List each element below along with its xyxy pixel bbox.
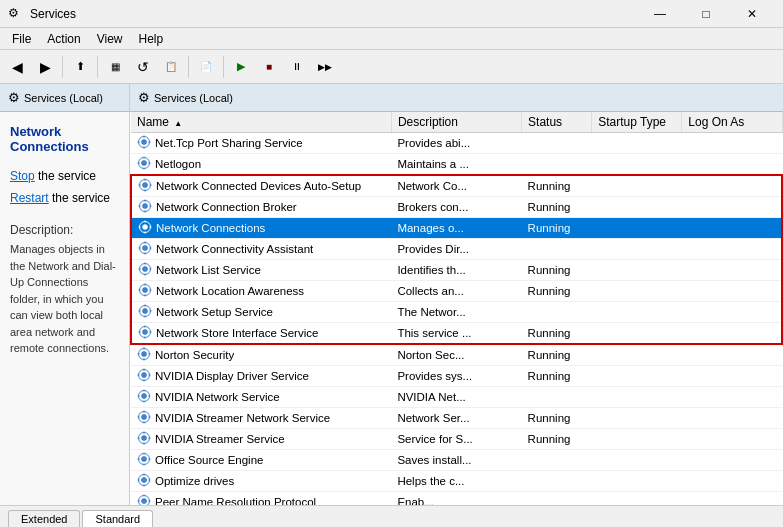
back-button[interactable]: ◀ xyxy=(4,54,30,80)
table-row[interactable]: NVIDIA Streamer ServiceService for S...R… xyxy=(131,429,782,450)
table-row[interactable]: Network ConnectionsManages o...Running xyxy=(131,218,782,239)
minimize-button[interactable]: — xyxy=(637,0,683,28)
svg-point-54 xyxy=(143,330,148,335)
main-container: ⚙ Services (Local) Network Connections S… xyxy=(0,84,783,505)
svg-point-18 xyxy=(143,204,148,209)
right-panel-icon: ⚙ xyxy=(138,90,150,105)
svg-point-38 xyxy=(144,263,146,265)
svg-point-28 xyxy=(139,226,141,228)
service-logon-cell xyxy=(682,175,782,197)
col-status-header[interactable]: Status xyxy=(522,112,592,133)
table-row[interactable]: Network Store Interface ServiceThis serv… xyxy=(131,323,782,345)
forward-button[interactable]: ▶ xyxy=(32,54,58,80)
toolbar: ◀ ▶ ⬆ ▦ ↺ 📋 📄 ▶ ■ ⏸ ▶▶ xyxy=(0,50,783,84)
service-icon xyxy=(137,156,151,172)
title-bar: ⚙ Services — □ ✕ xyxy=(0,0,783,28)
service-starttype-cell xyxy=(592,260,682,281)
col-starttype-header[interactable]: Startup Type xyxy=(592,112,682,133)
svg-point-36 xyxy=(143,267,148,272)
service-logon-cell xyxy=(682,450,782,471)
service-starttype-cell xyxy=(592,492,682,506)
svg-point-24 xyxy=(143,225,148,230)
service-name-text: Network Location Awareness xyxy=(156,285,304,297)
svg-point-3 xyxy=(143,147,145,149)
svg-point-6 xyxy=(142,161,147,166)
service-desc-cell: Brokers con... xyxy=(391,197,521,218)
svg-point-45 xyxy=(144,295,146,297)
menu-file[interactable]: File xyxy=(4,30,39,48)
show-hide-button[interactable]: ▦ xyxy=(102,54,128,80)
menu-view[interactable]: View xyxy=(89,30,131,48)
svg-point-92 xyxy=(143,453,145,455)
service-logon-cell xyxy=(682,408,782,429)
svg-point-0 xyxy=(142,140,147,145)
col-desc-header[interactable]: Description xyxy=(391,112,521,133)
table-row[interactable]: Network Setup ServiceThe Networ... xyxy=(131,302,782,323)
services-table-container[interactable]: Name ▲ Description Status Startup Type L… xyxy=(130,112,783,505)
restart-link[interactable]: Restart xyxy=(10,191,49,205)
table-row[interactable]: Network Connected Devices Auto-SetupNetw… xyxy=(131,175,782,197)
svg-point-4 xyxy=(138,141,140,143)
refresh-button[interactable]: ↺ xyxy=(130,54,156,80)
table-row[interactable]: Network Location AwarenessCollects an...… xyxy=(131,281,782,302)
up-button[interactable]: ⬆ xyxy=(67,54,93,80)
col-name-header[interactable]: Name ▲ xyxy=(131,112,391,133)
service-status-cell xyxy=(522,154,592,176)
app-icon: ⚙ xyxy=(8,6,24,22)
svg-point-14 xyxy=(144,179,146,181)
properties-button[interactable]: 📄 xyxy=(193,54,219,80)
service-status-cell: Running xyxy=(522,366,592,387)
maximize-button[interactable]: □ xyxy=(683,0,729,28)
service-starttype-cell xyxy=(592,281,682,302)
col-logon-header[interactable]: Log On As xyxy=(682,112,782,133)
svg-point-10 xyxy=(138,162,140,164)
menu-action[interactable]: Action xyxy=(39,30,88,48)
svg-point-70 xyxy=(138,374,140,376)
table-row[interactable]: Net.Tcp Port Sharing ServiceProvides abi… xyxy=(131,133,782,154)
table-row[interactable]: Office Source EngineSaves install... xyxy=(131,450,782,471)
service-status-cell xyxy=(522,133,592,154)
close-button[interactable]: ✕ xyxy=(729,0,775,28)
table-row[interactable]: NVIDIA Network ServiceNVIDIA Net... xyxy=(131,387,782,408)
toolbar-separator-3 xyxy=(188,56,189,78)
table-row[interactable]: Network Connectivity AssistantProvides D… xyxy=(131,239,782,260)
pause-service-button[interactable]: ⏸ xyxy=(284,54,310,80)
table-row[interactable]: NVIDIA Display Driver ServiceProvides sy… xyxy=(131,366,782,387)
svg-point-44 xyxy=(144,284,146,286)
description-label: Description: xyxy=(10,223,119,237)
table-row[interactable]: NetlogonMaintains a ... xyxy=(131,154,782,176)
service-starttype-cell xyxy=(592,408,682,429)
export-button[interactable]: 📋 xyxy=(158,54,184,80)
service-name-cell: Net.Tcp Port Sharing Service xyxy=(131,133,389,153)
svg-point-56 xyxy=(144,326,146,328)
service-icon xyxy=(137,135,151,151)
table-row[interactable]: Norton SecurityNorton Sec...Running xyxy=(131,344,782,366)
service-icon xyxy=(138,325,152,341)
svg-point-94 xyxy=(138,458,140,460)
right-panel: ⚙ Services (Local) Name ▲ Description St… xyxy=(130,84,783,505)
service-starttype-cell xyxy=(592,387,682,408)
service-name-cell: Network Connected Devices Auto-Setup xyxy=(132,176,390,196)
stop-link[interactable]: Stop xyxy=(10,169,35,183)
svg-point-30 xyxy=(143,246,148,251)
service-name-text: Network Setup Service xyxy=(156,306,273,318)
tab-standard[interactable]: Standard xyxy=(82,510,153,527)
tab-extended[interactable]: Extended xyxy=(8,510,80,527)
table-row[interactable]: Peer Name Resolution ProtocolEnab... xyxy=(131,492,782,506)
service-starttype-cell xyxy=(592,302,682,323)
svg-point-69 xyxy=(143,380,145,382)
service-desc-cell: Network Co... xyxy=(391,175,521,197)
start-service-button[interactable]: ▶ xyxy=(228,54,254,80)
table-row[interactable]: NVIDIA Streamer Network ServiceNetwork S… xyxy=(131,408,782,429)
restart-text: the service xyxy=(49,191,110,205)
table-row[interactable]: Optimize drivesHelps the c... xyxy=(131,471,782,492)
svg-point-81 xyxy=(143,422,145,424)
svg-point-16 xyxy=(139,184,141,186)
menu-help[interactable]: Help xyxy=(131,30,172,48)
bottom-tabs: Extended Standard xyxy=(0,505,783,527)
restart-service-button[interactable]: ▶▶ xyxy=(312,54,338,80)
stop-service-button[interactable]: ■ xyxy=(256,54,282,80)
service-logon-cell xyxy=(682,366,782,387)
table-row[interactable]: Network List ServiceIdentifies th...Runn… xyxy=(131,260,782,281)
table-row[interactable]: Network Connection BrokerBrokers con...R… xyxy=(131,197,782,218)
